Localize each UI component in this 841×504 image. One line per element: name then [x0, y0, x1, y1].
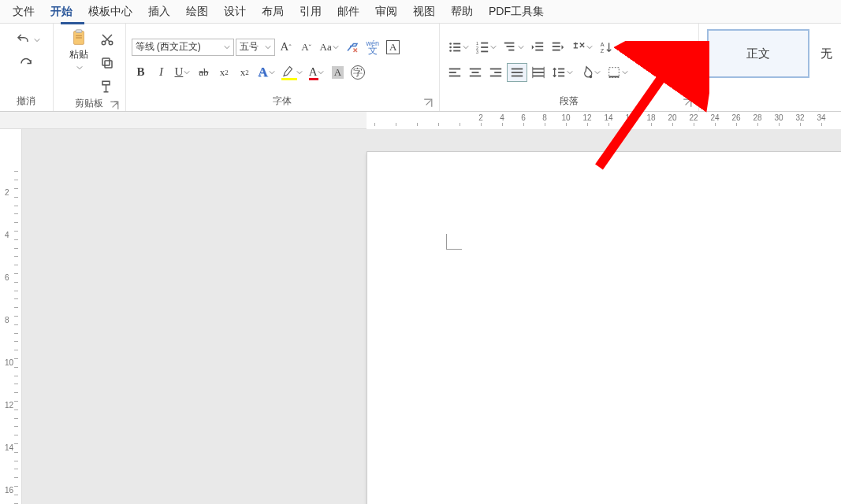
- align-left-button[interactable]: [445, 63, 464, 82]
- svg-rect-32: [449, 68, 460, 69]
- menu-draw[interactable]: 绘图: [178, 1, 216, 23]
- ruler-tick: 14: [604, 113, 612, 122]
- svg-rect-1: [76, 30, 82, 33]
- bold-button[interactable]: B: [132, 63, 151, 82]
- ruler-tick: 2: [478, 113, 483, 122]
- menu-home[interactable]: 开始: [43, 1, 80, 23]
- subscript-button[interactable]: x2: [214, 63, 233, 82]
- menu-help[interactable]: 帮助: [443, 1, 481, 23]
- highlight-button[interactable]: [279, 63, 305, 82]
- svg-rect-52: [609, 76, 620, 77]
- ruler-tick: 10: [561, 113, 570, 122]
- distribute-button[interactable]: [529, 63, 548, 82]
- svg-rect-46: [533, 75, 544, 76]
- increase-font-button[interactable]: Aˆ: [277, 38, 296, 57]
- menu-review[interactable]: 审阅: [367, 1, 405, 23]
- font-launcher-icon[interactable]: [423, 98, 433, 108]
- menu-references[interactable]: 引用: [292, 1, 329, 23]
- vertical-ruler[interactable]: 246810121416: [0, 129, 22, 504]
- svg-rect-26: [535, 49, 543, 50]
- group-styles: 正文 无: [699, 24, 841, 111]
- style-next[interactable]: 无: [814, 29, 838, 78]
- menu-insert[interactable]: 插入: [140, 1, 178, 23]
- redo-button[interactable]: [17, 55, 35, 74]
- line-spacing-button[interactable]: [549, 63, 575, 82]
- show-marks-button[interactable]: [617, 38, 636, 57]
- svg-text:3: 3: [476, 50, 478, 54]
- group-font: 等线 (西文正文) 五号 Aˆ Aˇ Aa wén 文 A: [126, 24, 441, 111]
- bullets-button[interactable]: [445, 38, 471, 57]
- svg-rect-34: [449, 75, 460, 76]
- svg-rect-29: [553, 49, 560, 50]
- sort-button[interactable]: AZ: [597, 38, 616, 57]
- vruler-tick: 2: [5, 188, 9, 197]
- undo-dropdown[interactable]: [34, 34, 40, 46]
- numbering-button[interactable]: 123: [473, 38, 499, 57]
- copy-button[interactable]: [98, 54, 117, 72]
- horizontal-ruler[interactable]: 246810121416182022242628303234: [367, 112, 841, 129]
- menu-template-center[interactable]: 模板中心: [80, 1, 140, 23]
- ruler-tick: 18: [646, 113, 655, 122]
- strikethrough-button[interactable]: ab: [194, 63, 213, 82]
- svg-point-50: [590, 75, 593, 78]
- undo-button[interactable]: [13, 30, 32, 49]
- menu-view[interactable]: 视图: [405, 1, 443, 23]
- cut-button[interactable]: [98, 30, 117, 49]
- menu-file[interactable]: 文件: [5, 1, 43, 23]
- align-right-button[interactable]: [486, 63, 505, 82]
- svg-rect-48: [558, 72, 564, 73]
- menu-layout[interactable]: 布局: [254, 1, 292, 23]
- svg-point-13: [449, 50, 452, 52]
- enclose-char-button[interactable]: 字: [348, 63, 367, 82]
- svg-rect-33: [449, 72, 456, 73]
- clipboard-launcher-icon[interactable]: [110, 101, 119, 110]
- svg-rect-16: [481, 42, 488, 43]
- vruler-tick: 10: [5, 358, 13, 367]
- multilevel-list-button[interactable]: [501, 38, 527, 57]
- character-border-button[interactable]: A: [384, 38, 403, 57]
- document-page[interactable]: [367, 151, 841, 504]
- cursor-margin-indicator: [446, 234, 462, 250]
- decrease-indent-button[interactable]: [528, 38, 547, 57]
- paste-button[interactable]: 粘贴: [61, 26, 97, 73]
- decrease-font-button[interactable]: Aˇ: [297, 38, 316, 57]
- svg-rect-8: [102, 81, 110, 85]
- menu-design[interactable]: 设计: [216, 1, 254, 23]
- vruler-tick: 8: [5, 316, 9, 324]
- borders-button[interactable]: [605, 63, 631, 82]
- superscript-button[interactable]: x2: [235, 63, 254, 82]
- menu-mail[interactable]: 邮件: [329, 1, 367, 23]
- svg-text:Z: Z: [601, 47, 605, 54]
- svg-rect-49: [558, 75, 564, 76]
- font-size-combo[interactable]: 五号: [236, 39, 275, 56]
- svg-point-11: [449, 46, 452, 48]
- group-clipboard-label: 剪贴板: [57, 97, 122, 112]
- text-effects-button[interactable]: A: [255, 63, 277, 82]
- italic-button[interactable]: I: [152, 63, 171, 82]
- svg-rect-14: [453, 50, 460, 51]
- ruler-tick: 20: [668, 113, 676, 122]
- svg-rect-24: [535, 42, 543, 43]
- phonetic-guide-button[interactable]: wén 文: [363, 38, 382, 57]
- font-color-button[interactable]: A: [307, 63, 327, 82]
- paste-dropdown[interactable]: [76, 61, 83, 73]
- align-justify-button[interactable]: [507, 63, 527, 82]
- char-shading-button[interactable]: A: [328, 63, 347, 82]
- underline-button[interactable]: U: [173, 63, 193, 82]
- ruler-tick: 30: [774, 113, 783, 122]
- increase-indent-button[interactable]: [549, 38, 567, 57]
- paragraph-launcher-icon[interactable]: [683, 98, 692, 108]
- ruler-tick: 6: [521, 113, 526, 122]
- asian-layout-button[interactable]: [569, 38, 595, 57]
- clear-format-button[interactable]: [343, 38, 362, 57]
- style-normal[interactable]: 正文: [707, 29, 809, 78]
- shading-button[interactable]: [577, 63, 603, 82]
- svg-rect-23: [508, 49, 514, 50]
- menu-pdf-tools[interactable]: PDF工具集: [481, 1, 552, 23]
- change-case-button[interactable]: Aa: [318, 38, 341, 57]
- svg-rect-2: [76, 35, 82, 36]
- align-center-button[interactable]: [466, 63, 485, 82]
- format-painter-button[interactable]: [98, 77, 117, 96]
- font-family-combo[interactable]: 等线 (西文正文): [132, 39, 234, 56]
- svg-rect-44: [533, 68, 544, 69]
